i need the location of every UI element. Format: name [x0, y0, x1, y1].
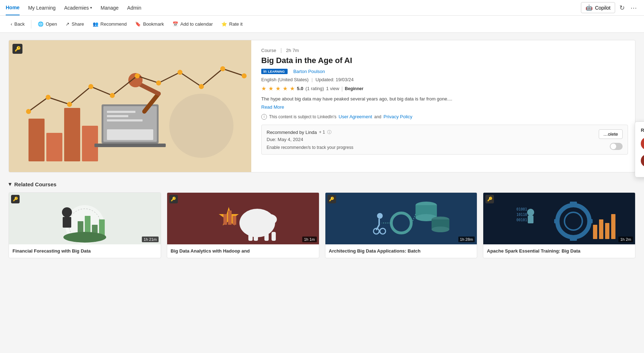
svg-rect-3 — [64, 108, 80, 161]
svg-rect-46 — [228, 211, 232, 225]
related-courses-title: Related Courses — [14, 181, 56, 187]
svg-point-57 — [377, 213, 382, 219]
related-courses-header[interactable]: ▾ Related Courses — [9, 181, 635, 187]
back-button[interactable]: ‹ Back — [7, 19, 28, 29]
svg-text:10110: 10110 — [516, 213, 527, 217]
mark-complete-button[interactable]: …olete — [599, 129, 623, 139]
card-duration-4: 1h 2m — [618, 237, 633, 242]
course-meta: Course | 2h 7m — [261, 47, 628, 53]
card-illustration-3 — [325, 193, 477, 244]
svg-point-19 — [110, 93, 115, 98]
star-2: ★ — [268, 85, 273, 92]
svg-point-16 — [46, 95, 51, 100]
related-course-card-2[interactable]: 🔑 1h 1m Big Data Analytics with Hadoop a… — [167, 192, 319, 258]
and-text: and — [374, 114, 381, 119]
course-illustration — [9, 40, 251, 172]
rating-count: (1 rating) — [305, 86, 324, 91]
nav-academies[interactable]: Academies ▾ — [64, 1, 92, 15]
main-content: 🔑 — [0, 33, 644, 265]
svg-point-72 — [527, 209, 534, 216]
recommended-by-popup: Recommended by LS Linda Due: May 4, 2024… — [635, 121, 644, 177]
share-button[interactable]: ↗ Share — [62, 19, 88, 29]
card-key-badge-1: 🔑 — [11, 195, 20, 203]
author-link[interactable]: Barton Poulson — [293, 69, 325, 74]
tracking-toggle[interactable] — [610, 143, 623, 150]
recommend-button[interactable]: 👥 Recommend — [89, 19, 130, 29]
card-key-badge-3: 🔑 — [328, 195, 336, 203]
card-title-4: Apache Spark Essential Training: Big Dat… — [487, 248, 632, 254]
card-illustration-1 — [9, 193, 161, 244]
star-3: ★ — [275, 85, 280, 92]
card-duration-3: 1h 28m — [458, 237, 475, 242]
svg-rect-2 — [46, 133, 62, 161]
rec-by-row: Recommended by Linda + 1 ⓘ — [267, 129, 623, 135]
card-thumb-4: 01001 10110 00101 🔑 1h 2m — [483, 193, 635, 244]
svg-point-25 — [242, 73, 247, 78]
card-key-badge-4: 🔑 — [485, 195, 494, 203]
refresh-button[interactable]: ↻ — [618, 2, 626, 13]
read-more-link[interactable]: Read More — [261, 104, 284, 110]
svg-rect-75 — [599, 219, 603, 239]
svg-point-56 — [396, 218, 406, 228]
svg-text:01001: 01001 — [516, 207, 527, 211]
svg-rect-31 — [63, 217, 71, 228]
related-courses-grid: 🔑 1h 21m Financial Forecasting with Big … — [9, 192, 635, 258]
svg-point-39 — [263, 214, 277, 225]
rec-info-icon[interactable]: ⓘ — [327, 129, 331, 135]
linkedin-badge: in LEARNING — [261, 69, 288, 74]
nav-links: Home My Learning Academies ▾ Manage Admi… — [6, 0, 581, 15]
svg-point-22 — [177, 70, 182, 75]
svg-rect-40 — [264, 232, 269, 241]
nav-my-learning[interactable]: My Learning — [28, 1, 56, 15]
svg-text:00101: 00101 — [516, 218, 527, 222]
globe-icon: 🌐 — [38, 21, 43, 27]
open-button[interactable]: 🌐 Open — [34, 19, 61, 29]
related-course-card-1[interactable]: 🔑 1h 21m Financial Forecasting with Big … — [9, 192, 161, 258]
svg-point-18 — [88, 84, 93, 89]
svg-point-21 — [156, 81, 161, 85]
language-label: English (United States) — [261, 77, 309, 82]
back-icon: ‹ — [11, 21, 12, 27]
privacy-policy-link[interactable]: Privacy Policy — [383, 114, 412, 119]
chevron-down-icon: ▾ — [90, 6, 92, 10]
more-options-button[interactable]: ⋯ — [629, 2, 638, 13]
recommend-icon: 👥 — [93, 21, 98, 27]
copilot-button[interactable]: 🤖 Copilot — [581, 2, 615, 13]
card-title-3: Architecting Big Data Applications: Batc… — [329, 248, 474, 254]
agreement-text: This content is subject to LinkedIn's — [269, 114, 336, 119]
card-thumb-2: 🔑 1h 1m — [167, 193, 319, 244]
star-5: ★ — [290, 85, 295, 92]
enable-tracking-text: Enable recommender/s to track your progr… — [267, 145, 353, 150]
provider-row: in LEARNING Barton Poulson — [261, 69, 628, 74]
card-body-2: Big Data Analytics with Hadoop and — [167, 244, 319, 258]
card-title-1: Financial Forecasting with Big Data — [12, 248, 157, 254]
related-courses-section: ▾ Related Courses — [9, 181, 635, 258]
svg-rect-1 — [29, 119, 45, 161]
avatar-shubham: SA — [641, 154, 644, 167]
rate-button[interactable]: ⭐ Rate it — [218, 19, 246, 29]
related-course-card-3[interactable]: 🔑 1h 28m Architecting Big Data Applicati… — [325, 192, 478, 258]
bookmark-button[interactable]: 🔖 Bookmark — [132, 19, 168, 29]
key-badge: 🔑 — [12, 44, 22, 54]
svg-point-24 — [220, 66, 225, 71]
card-illustration-4: 01001 10110 00101 — [483, 193, 635, 244]
course-duration: 2h 7m — [286, 48, 299, 53]
card-illustration-2 — [167, 193, 319, 244]
nav-home[interactable]: Home — [6, 0, 20, 15]
related-course-card-4[interactable]: 01001 10110 00101 🔑 1h 2m — [483, 192, 635, 258]
due-date: Due: May 4, 2024 — [267, 137, 623, 142]
svg-point-15 — [26, 109, 31, 114]
nav-manage[interactable]: Manage — [101, 1, 119, 15]
star-4: ★ — [283, 85, 288, 92]
svg-rect-45 — [223, 214, 227, 225]
svg-rect-66 — [570, 236, 577, 241]
video-thumbnail[interactable]: 🔑 — [9, 40, 251, 172]
svg-rect-41 — [272, 232, 276, 241]
card-thumb-1: 🔑 1h 21m — [9, 193, 161, 244]
nav-admin[interactable]: Admin — [127, 1, 141, 15]
svg-rect-43 — [254, 232, 258, 241]
calendar-button[interactable]: 📅 Add to calendar — [169, 19, 216, 29]
user-agreement-link[interactable]: User Agreement — [339, 114, 372, 119]
card-duration-2: 1h 1m — [302, 237, 317, 242]
rec-plus-count: + 1 — [319, 130, 325, 135]
